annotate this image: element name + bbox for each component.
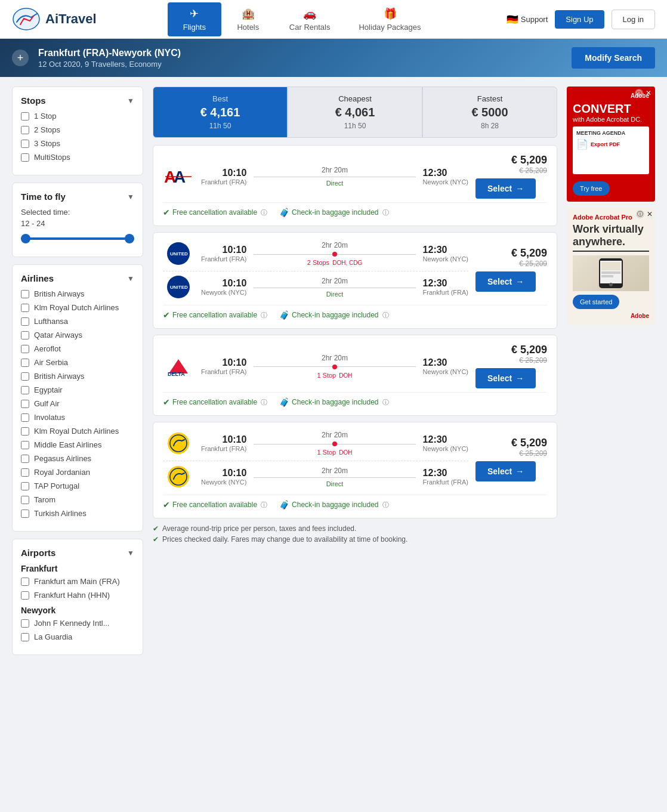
airline-klm[interactable]: Klm Royal Dutch Airlines [21, 303, 134, 312]
check-icon-2: ✔ [163, 310, 170, 320]
stop-1-checkbox[interactable] [21, 112, 29, 121]
flight-2-price: € 5,209 € 25,209 Select → [475, 241, 547, 292]
ad-try-free-button[interactable]: Try free [573, 181, 610, 196]
note-2: ✔ Prices checked daily. Fares may change… [153, 535, 557, 544]
airline-ea-checkbox[interactable] [21, 386, 29, 394]
nav-tab-flights-label: Flights [183, 23, 206, 32]
airport-fra-checkbox[interactable] [21, 578, 29, 586]
ad-get-started-button[interactable]: Get started [573, 295, 619, 309]
sign-up-button[interactable]: Sign Up [555, 10, 604, 29]
airport-lga-checkbox[interactable] [21, 633, 29, 641]
fastest-tab-amount: € 5000 [433, 106, 547, 119]
nav-tab-holiday-packages[interactable]: 🎁 Holiday Packages [344, 2, 435, 36]
airport-fra[interactable]: Frankfurt am Main (FRA) [21, 577, 134, 586]
stop-option-multi[interactable]: MultiStops [21, 153, 134, 162]
slider-thumb-left[interactable] [21, 234, 30, 243]
flight-4-footer: ✔ Free cancellation available ⓘ 🧳 Check-… [163, 495, 547, 510]
airline-rj-checkbox[interactable] [21, 468, 29, 477]
flight-3-select-button[interactable]: Select → [475, 368, 536, 388]
airline-af-checkbox[interactable] [21, 345, 29, 353]
stop-option-3[interactable]: 3 Stops [21, 139, 134, 148]
airline-inv-checkbox[interactable] [21, 413, 29, 422]
stop-2-checkbox[interactable] [21, 126, 29, 134]
airline-tr-checkbox[interactable] [21, 496, 29, 504]
flight-4-select-button[interactable]: Select → [475, 461, 536, 481]
airline-tap-portugal[interactable]: TAP Portugal [21, 481, 134, 490]
airline-klm2-checkbox[interactable] [21, 427, 29, 436]
airline-aeroflot[interactable]: Aeroflot [21, 344, 134, 353]
airline-gulf-air[interactable]: Gulf Air [21, 399, 134, 408]
flight-4-row1-middle: 2hr 20m 1 Stop DOH [254, 431, 415, 456]
login-button[interactable]: Log in [612, 10, 655, 29]
airport-hhn[interactable]: Frankfurt Hahn (HHN) [21, 591, 134, 600]
flights-content: Best € 4,161 11h 50 Cheapest € 4,061 11h… [153, 87, 557, 662]
airline-british-airways-2[interactable]: British Airways [21, 372, 134, 381]
ad-info-button-2[interactable]: ⓘ [636, 210, 644, 218]
lufthansa-logo-2 [163, 466, 194, 487]
airport-hhn-checkbox[interactable] [21, 591, 29, 600]
flight-3-baggage: 🧳 Check-in baggage included ⓘ [279, 397, 388, 407]
search-expand-button[interactable]: + [12, 50, 29, 66]
airline-me-checkbox[interactable] [21, 441, 29, 449]
flight-2-footer: ✔ Free cancellation available ⓘ 🧳 Check-… [163, 305, 547, 320]
airport-lga[interactable]: La Guardia [21, 632, 134, 641]
airline-qatar[interactable]: Qatar Airways [21, 331, 134, 339]
stop-3-checkbox[interactable] [21, 140, 29, 148]
airline-klm-2[interactable]: Klm Royal Dutch Airlines [21, 427, 134, 436]
airline-as-checkbox[interactable] [21, 359, 29, 367]
airline-pegasus[interactable]: Pegasus Airlines [21, 454, 134, 463]
baggage-icon-4: 🧳 [279, 500, 289, 510]
airline-turkish[interactable]: Turkish Airlines [21, 509, 134, 518]
slider-thumb-right[interactable] [125, 234, 134, 243]
airline-ba-checkbox[interactable] [21, 290, 29, 298]
airline-qa-checkbox[interactable] [21, 331, 29, 339]
ad-work-text: Work virtually anywhere. [573, 223, 649, 248]
stop-multi-checkbox[interactable] [21, 153, 29, 162]
time-slider[interactable] [21, 233, 134, 245]
airlines-filter-title: Airlines ▼ [21, 273, 134, 283]
stop-option-2[interactable]: 2 Stops [21, 125, 134, 134]
nav-tab-car-rentals[interactable]: 🚗 Car Rentals [275, 2, 345, 36]
export-pdf-row: 📄 Export PDF [576, 138, 646, 150]
ad-close-button-1[interactable]: ✕ [646, 89, 651, 97]
modify-search-button[interactable]: Modify Search [572, 47, 655, 69]
nav-tab-flights[interactable]: ✈ Flights [168, 2, 221, 36]
airline-air-serbia[interactable]: Air Serbia [21, 358, 134, 367]
airline-tk-checkbox[interactable] [21, 510, 29, 518]
airline-klm-checkbox[interactable] [21, 304, 29, 312]
airline-ba2-checkbox[interactable] [21, 372, 29, 381]
delta-logo: DELTA [163, 356, 194, 377]
airline-egyptair[interactable]: Egyptair [21, 385, 134, 394]
time-filter-title: Time to fly ▼ [21, 192, 134, 202]
airport-jfk[interactable]: John F Kennedy Intl... [21, 619, 134, 628]
lufthansa-logo-1 [163, 433, 194, 454]
united-airlines-logo-2: UNITED [163, 276, 194, 298]
airline-tp-checkbox[interactable] [21, 482, 29, 490]
airline-tarom[interactable]: Tarom [21, 495, 134, 504]
flight-2-select-button[interactable]: Select → [475, 271, 536, 292]
flight-1-select-button[interactable]: Select → [475, 178, 536, 199]
airline-lufthansa[interactable]: Lufthansa [21, 317, 134, 326]
airline-involatus[interactable]: Involatus [21, 413, 134, 422]
time-chevron-icon: ▼ [127, 193, 134, 201]
airline-pg-checkbox[interactable] [21, 455, 29, 463]
support-button[interactable]: 🇩🇪 Support [507, 14, 548, 25]
pdf-icon: 📄 [576, 138, 588, 150]
airline-ga-checkbox[interactable] [21, 400, 29, 408]
ad-divider [573, 251, 649, 252]
price-tab-cheapest[interactable]: Cheapest € 4,061 11h 50 [288, 87, 422, 138]
ad-close-button-2[interactable]: ✕ [647, 210, 653, 218]
fastest-tab-label: Fastest [433, 94, 547, 103]
price-tab-best[interactable]: Best € 4,161 11h 50 [153, 87, 288, 138]
note-check-icon-1: ✔ [153, 524, 159, 533]
airline-royal-jordanian[interactable]: Royal Jordanian [21, 468, 134, 477]
stop-option-1[interactable]: 1 Stop [21, 112, 134, 121]
airline-middle-east[interactable]: Middle East Airlines [21, 440, 134, 449]
flight-card-3: DELTA 10:10 Frankfurt (FRA) 2hr 20m 1 S [153, 335, 557, 416]
airport-jfk-checkbox[interactable] [21, 619, 29, 628]
airline-british-airways[interactable]: British Airways [21, 289, 134, 298]
airline-lh-checkbox[interactable] [21, 317, 29, 326]
ad-info-button-1[interactable]: ⓘ [635, 89, 643, 97]
price-tab-fastest[interactable]: Fastest € 5000 8h 28 [422, 87, 557, 138]
nav-tab-hotels[interactable]: 🏨 Hotels [221, 2, 275, 36]
